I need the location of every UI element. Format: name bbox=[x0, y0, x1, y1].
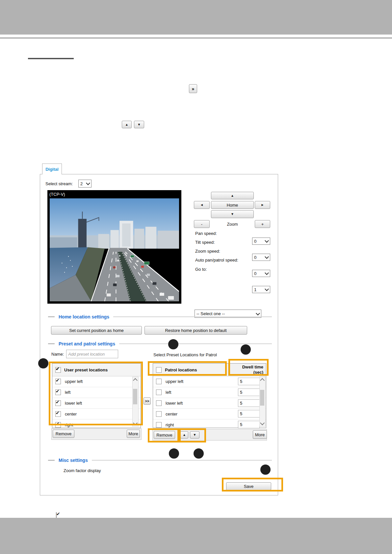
item-label: right bbox=[166, 422, 174, 427]
up-triangle-icon: ▲ bbox=[125, 123, 128, 126]
item-checkbox[interactable] bbox=[156, 422, 162, 428]
user-more-button[interactable]: More bbox=[127, 430, 140, 438]
chevron-down-icon bbox=[265, 271, 269, 275]
item-checkbox[interactable] bbox=[55, 422, 61, 428]
dwell-time-input[interactable] bbox=[238, 378, 260, 385]
restore-home-button[interactable]: Restore home position to default bbox=[144, 326, 247, 335]
ptz-down-button[interactable]: ▼ bbox=[211, 210, 254, 218]
zoom-factor-label: Zoom factor display bbox=[64, 468, 101, 473]
user-remove-button[interactable]: Remove bbox=[53, 430, 74, 438]
dwell-time-input[interactable] bbox=[238, 421, 260, 428]
scroll-up-icon[interactable] bbox=[133, 377, 138, 383]
list-item[interactable]: lower left bbox=[153, 398, 266, 409]
callout-dot-user-list bbox=[38, 358, 48, 368]
preset-patrol-heading: Preset and patrol settings bbox=[48, 341, 272, 347]
list-item[interactable]: left bbox=[52, 387, 141, 398]
save-button[interactable]: Save bbox=[226, 482, 271, 490]
dwell-time-input[interactable] bbox=[238, 399, 260, 407]
item-label: lower left bbox=[65, 401, 82, 406]
patrol-remove-button[interactable]: Remove bbox=[154, 431, 175, 439]
item-checkbox[interactable] bbox=[156, 390, 162, 395]
scroll-up-icon[interactable] bbox=[260, 377, 265, 383]
user-list-scrollbar[interactable] bbox=[132, 377, 139, 427]
zoom-label: Zoom bbox=[211, 220, 254, 228]
down-triangle-icon: ▼ bbox=[138, 123, 141, 126]
list-item[interactable]: upper left bbox=[153, 376, 266, 387]
auto-pan-patrol-speed-label: Auto pan/patrol speed: bbox=[195, 258, 238, 263]
item-label: left bbox=[65, 390, 70, 395]
ptz-up-button[interactable]: ▲ bbox=[211, 192, 254, 199]
video-protocol-overlay: (TCP-V) bbox=[47, 190, 181, 198]
item-label: upper left bbox=[65, 379, 83, 384]
patrol-move-up-button[interactable]: ▲ bbox=[180, 431, 188, 439]
auto-pan-patrol-speed-value: 1 bbox=[254, 287, 256, 292]
auto-pan-patrol-speed-select[interactable]: 1 bbox=[252, 286, 270, 293]
ptz-right-button[interactable]: ► bbox=[255, 201, 270, 209]
zoom-factor-checkbox[interactable] bbox=[56, 512, 57, 518]
zoom-speed-value: 0 bbox=[254, 271, 256, 276]
tab-digital[interactable]: Digital bbox=[42, 164, 62, 174]
left-triangle-icon: ◄ bbox=[200, 203, 203, 207]
zoom-out-button[interactable]: - bbox=[194, 220, 210, 228]
heading-dash bbox=[48, 460, 55, 461]
scroll-down-icon[interactable] bbox=[133, 421, 138, 426]
heading-dash bbox=[48, 343, 55, 344]
home-location-heading: Home location settings bbox=[48, 314, 272, 320]
list-item[interactable]: lower left bbox=[52, 398, 141, 409]
dwell-time-input[interactable] bbox=[238, 389, 260, 396]
heading-rule bbox=[119, 343, 272, 344]
spinner-up-button[interactable]: ▲ bbox=[122, 121, 132, 128]
video-image bbox=[50, 198, 179, 301]
preset-name-input[interactable] bbox=[66, 350, 118, 358]
scroll-down-icon[interactable] bbox=[260, 421, 265, 426]
transfer-right-button[interactable]: >> bbox=[144, 397, 151, 405]
pan-speed-select[interactable]: 0 bbox=[252, 238, 270, 245]
heading-rule bbox=[92, 460, 272, 461]
scrollbar-thumb[interactable] bbox=[260, 390, 264, 406]
up-triangle-icon: ▲ bbox=[183, 433, 186, 437]
down-triangle-icon: ▼ bbox=[193, 433, 196, 437]
item-label: lower left bbox=[166, 401, 183, 406]
bottom-gray-band bbox=[0, 518, 392, 554]
callout-dot-patrol-header bbox=[168, 339, 178, 349]
zoom-in-button[interactable]: + bbox=[255, 220, 270, 228]
stream-select[interactable]: 2 bbox=[78, 180, 91, 188]
item-checkbox[interactable] bbox=[55, 390, 61, 395]
spinner-down-button[interactable]: ▼ bbox=[134, 121, 144, 128]
item-checkbox[interactable] bbox=[55, 411, 61, 417]
patrol-list-scrollbar[interactable] bbox=[259, 377, 266, 427]
list-item[interactable]: center bbox=[153, 409, 266, 419]
camera-video-frame[interactable]: (TCP-V) bbox=[47, 190, 181, 304]
chevron-double-right-button[interactable]: » bbox=[189, 84, 197, 93]
user-preset-list: User preset locations upper left left lo… bbox=[52, 363, 141, 428]
item-checkbox[interactable] bbox=[156, 411, 162, 417]
callout-dot-remove bbox=[169, 448, 179, 459]
goto-label: Go to: bbox=[195, 267, 207, 272]
preset-name-label: Name: bbox=[51, 352, 64, 357]
list-item[interactable]: upper left bbox=[52, 376, 141, 387]
ptz-left-button[interactable]: ◄ bbox=[194, 201, 210, 209]
item-checkbox[interactable] bbox=[55, 400, 61, 406]
item-checkbox[interactable] bbox=[156, 379, 162, 384]
user-preset-header-label: User preset locations bbox=[64, 367, 108, 372]
patrol-header-checkbox[interactable] bbox=[156, 367, 162, 373]
item-checkbox[interactable] bbox=[156, 400, 162, 406]
zoom-speed-select[interactable]: 0 bbox=[252, 270, 270, 277]
patrol-move-down-button[interactable]: ▼ bbox=[190, 431, 199, 439]
ptz-home-button[interactable]: Home bbox=[211, 201, 254, 209]
heading-dash bbox=[48, 316, 55, 317]
user-preset-list-header: User preset locations bbox=[52, 364, 141, 376]
patrol-header-label: Patrol locations bbox=[165, 367, 197, 372]
set-home-button[interactable]: Set current position as home bbox=[51, 326, 142, 335]
tilt-speed-select[interactable]: 0 bbox=[252, 254, 270, 261]
list-item[interactable]: center bbox=[52, 409, 141, 419]
zoom-speed-label: Zoom speed: bbox=[195, 249, 220, 254]
dwell-time-input[interactable] bbox=[238, 410, 260, 417]
patrol-more-button[interactable]: More bbox=[253, 430, 267, 439]
list-item[interactable]: left bbox=[153, 387, 266, 398]
scrollbar-thumb[interactable] bbox=[133, 389, 137, 404]
dwell-time-header: Dwell time (sec) bbox=[228, 364, 266, 376]
patrol-list-header: Patrol locations Dwell time (sec) bbox=[153, 364, 266, 376]
item-checkbox[interactable] bbox=[55, 379, 61, 384]
user-preset-header-checkbox[interactable] bbox=[55, 367, 61, 373]
